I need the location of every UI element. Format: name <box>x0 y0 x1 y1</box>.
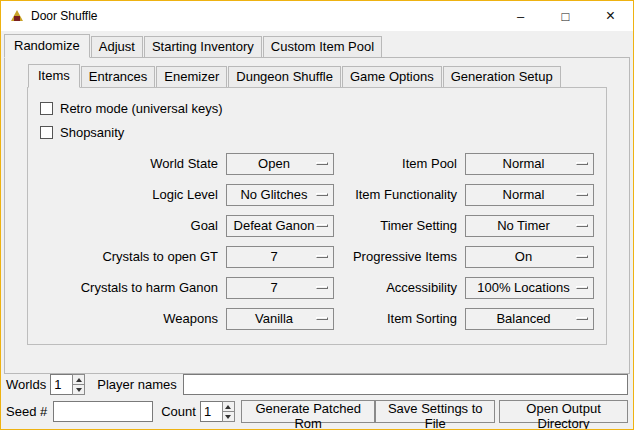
goal-dropdown[interactable]: Defeat Ganon <box>226 215 334 237</box>
spin-down-icon <box>225 415 231 419</box>
spin-down-icon <box>76 388 82 392</box>
tab-items[interactable]: Items <box>28 64 80 88</box>
secondary-tab-bar: Items Entrances Enemizer Dungeon Shuffle… <box>5 58 629 87</box>
worlds-spin-down-button[interactable] <box>72 385 85 395</box>
accessibility-value: 100% Locations <box>477 280 570 295</box>
dropdown-indicator-icon <box>316 162 328 165</box>
close-button[interactable]: × <box>588 1 633 31</box>
count-input[interactable] <box>200 401 222 422</box>
crystals-harm-ganon-dropdown[interactable]: 7 <box>226 277 334 299</box>
generate-patched-rom-button[interactable]: Generate Patched Rom <box>241 400 375 423</box>
accessibility-dropdown[interactable]: 100% Locations <box>465 277 594 299</box>
world-state-value: Open <box>258 156 290 171</box>
worlds-input[interactable] <box>50 374 72 395</box>
world-state-label: World State <box>40 148 218 179</box>
crystals-open-gt-label: Crystals to open GT <box>40 241 218 272</box>
app-icon <box>9 8 25 24</box>
seed-row: Seed # Count Generate Patched Rom Save S… <box>6 400 628 423</box>
worlds-spin-up-button[interactable] <box>72 374 85 385</box>
window-title: Door Shuffle <box>31 9 98 23</box>
dropdown-indicator-icon <box>316 224 328 227</box>
timer-setting-dropdown[interactable]: No Timer <box>465 215 594 237</box>
dropdown-indicator-icon <box>576 317 588 320</box>
tab-adjust[interactable]: Adjust <box>91 36 143 57</box>
item-pool-label: Item Pool <box>342 148 457 179</box>
spin-up-icon <box>76 378 82 382</box>
tab-custom-item-pool[interactable]: Custom Item Pool <box>263 36 382 57</box>
options-grid: World State Open Item Pool Normal Logic … <box>40 148 594 334</box>
tab-entrances[interactable]: Entrances <box>81 66 156 87</box>
count-stepper <box>200 401 235 422</box>
dropdown-indicator-icon <box>316 286 328 289</box>
save-settings-button[interactable]: Save Settings to File <box>375 400 495 423</box>
dropdown-indicator-icon <box>576 255 588 258</box>
dropdown-indicator-icon <box>576 193 588 196</box>
item-functionality-label: Item Functionality <box>342 179 457 210</box>
crystals-open-gt-value: 7 <box>270 249 277 264</box>
spin-up-icon <box>225 405 231 409</box>
dropdown-indicator-icon <box>576 224 588 227</box>
logic-level-value: No Glitches <box>240 187 307 202</box>
shopsanity-checkbox[interactable]: Shopsanity <box>40 120 594 144</box>
item-sorting-label: Item Sorting <box>342 303 457 334</box>
item-functionality-dropdown[interactable]: Normal <box>465 184 594 206</box>
timer-setting-value: No Timer <box>497 218 550 233</box>
window-controls: – □ × <box>498 1 633 31</box>
item-functionality-value: Normal <box>503 187 545 202</box>
item-pool-dropdown[interactable]: Normal <box>465 153 594 175</box>
tab-game-options[interactable]: Game Options <box>342 66 442 87</box>
item-pool-value: Normal <box>503 156 545 171</box>
worlds-stepper <box>50 374 85 395</box>
tab-enemizer[interactable]: Enemizer <box>156 66 227 87</box>
maximize-button[interactable]: □ <box>543 1 588 31</box>
accessibility-label: Accessibility <box>342 272 457 303</box>
count-spin-up-button[interactable] <box>222 401 235 412</box>
retro-mode-label: Retro mode (universal keys) <box>60 101 223 116</box>
dropdown-indicator-icon <box>316 193 328 196</box>
count-spin-down-button[interactable] <box>222 412 235 422</box>
shopsanity-label: Shopsanity <box>60 125 124 140</box>
item-sorting-value: Balanced <box>496 311 550 326</box>
world-state-dropdown[interactable]: Open <box>226 153 334 175</box>
randomize-tab-content: Items Entrances Enemizer Dungeon Shuffle… <box>4 57 630 374</box>
worlds-label: Worlds <box>6 377 46 392</box>
tab-dungeon-shuffle[interactable]: Dungeon Shuffle <box>228 66 341 87</box>
checkbox-box-icon <box>40 126 53 139</box>
tab-generation-setup[interactable]: Generation Setup <box>443 66 561 87</box>
dropdown-indicator-icon <box>576 286 588 289</box>
player-names-label: Player names <box>97 377 176 392</box>
seed-label: Seed # <box>6 404 47 419</box>
logic-level-label: Logic Level <box>40 179 218 210</box>
seed-input[interactable] <box>53 401 153 422</box>
open-output-directory-button[interactable]: Open Output Directory <box>499 400 628 423</box>
progressive-items-label: Progressive Items <box>342 241 457 272</box>
tab-starting-inventory[interactable]: Starting Inventory <box>144 36 262 57</box>
minimize-button[interactable]: – <box>498 1 543 31</box>
dropdown-indicator-icon <box>316 255 328 258</box>
logic-level-dropdown[interactable]: No Glitches <box>226 184 334 206</box>
timer-setting-label: Timer Setting <box>342 210 457 241</box>
checkbox-box-icon <box>40 102 53 115</box>
tab-randomize[interactable]: Randomize <box>4 34 90 58</box>
count-label: Count <box>161 404 196 419</box>
items-tab-content: Retro mode (universal keys) Shopsanity W… <box>27 87 607 345</box>
retro-mode-checkbox[interactable]: Retro mode (universal keys) <box>40 96 594 120</box>
worlds-row: Worlds Player names <box>6 373 628 396</box>
weapons-dropdown[interactable]: Vanilla <box>226 308 334 330</box>
dropdown-indicator-icon <box>316 317 328 320</box>
goal-label: Goal <box>40 210 218 241</box>
titlebar: Door Shuffle – □ × <box>1 1 633 31</box>
bottom-controls: Worlds Player names Seed # Count <box>6 373 628 423</box>
item-sorting-dropdown[interactable]: Balanced <box>465 308 594 330</box>
primary-tab-bar: Randomize Adjust Starting Inventory Cust… <box>1 31 633 57</box>
dropdown-indicator-icon <box>576 162 588 165</box>
crystals-harm-ganon-label: Crystals to harm Ganon <box>40 272 218 303</box>
progressive-items-value: On <box>515 249 532 264</box>
progressive-items-dropdown[interactable]: On <box>465 246 594 268</box>
weapons-label: Weapons <box>40 303 218 334</box>
player-names-input[interactable] <box>183 374 628 395</box>
weapons-value: Vanilla <box>255 311 293 326</box>
door-shuffle-window: Door Shuffle – □ × Randomize Adjust Star… <box>0 0 634 430</box>
goal-value: Defeat Ganon <box>234 218 315 233</box>
crystals-open-gt-dropdown[interactable]: 7 <box>226 246 334 268</box>
